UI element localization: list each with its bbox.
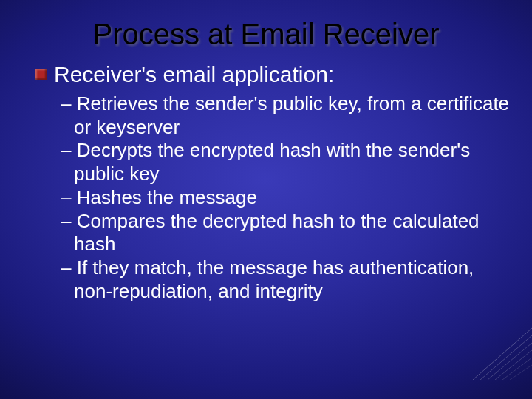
list-item: – Hashes the message <box>61 186 510 210</box>
item-text: Compares the decrypted hash to the calcu… <box>74 210 480 256</box>
svg-line-1 <box>480 335 532 380</box>
item-text: Decrypts the encrypted hash with the sen… <box>74 139 470 185</box>
list-item: – Retrieves the sender's public key, fro… <box>61 92 510 139</box>
item-text: Hashes the message <box>77 186 257 208</box>
svg-line-5 <box>510 365 532 380</box>
dash-icon: – <box>61 256 77 279</box>
corner-decoration-icon <box>466 313 532 380</box>
bullet-level1: Receiver's email application: <box>35 61 510 88</box>
svg-line-2 <box>488 343 532 380</box>
dash-icon: – <box>61 186 77 208</box>
list-item: – Decrypts the encrypted hash with the s… <box>61 139 510 185</box>
list-item: – If they match, the message has authent… <box>61 256 510 303</box>
item-text: If they match, the message has authentic… <box>74 256 474 302</box>
dash-icon: – <box>61 92 77 115</box>
dash-icon: – <box>61 139 77 161</box>
slide-title: Process at Email Receiver <box>0 0 532 55</box>
svg-line-4 <box>502 358 532 380</box>
svg-line-3 <box>495 350 532 380</box>
dash-icon: – <box>61 210 77 232</box>
svg-line-0 <box>473 328 532 380</box>
list-item: – Compares the decrypted hash to the cal… <box>61 210 510 256</box>
level1-text: Receiver's email application: <box>54 61 334 88</box>
item-text: Retrieves the sender's public key, from … <box>74 92 509 138</box>
slide: Process at Email Receiver Receiver's ema… <box>0 0 532 399</box>
square-bullet-icon <box>35 69 47 80</box>
slide-content: Receiver's email application: – Retrieve… <box>0 55 532 303</box>
level2-list: – Retrieves the sender's public key, fro… <box>35 92 510 303</box>
